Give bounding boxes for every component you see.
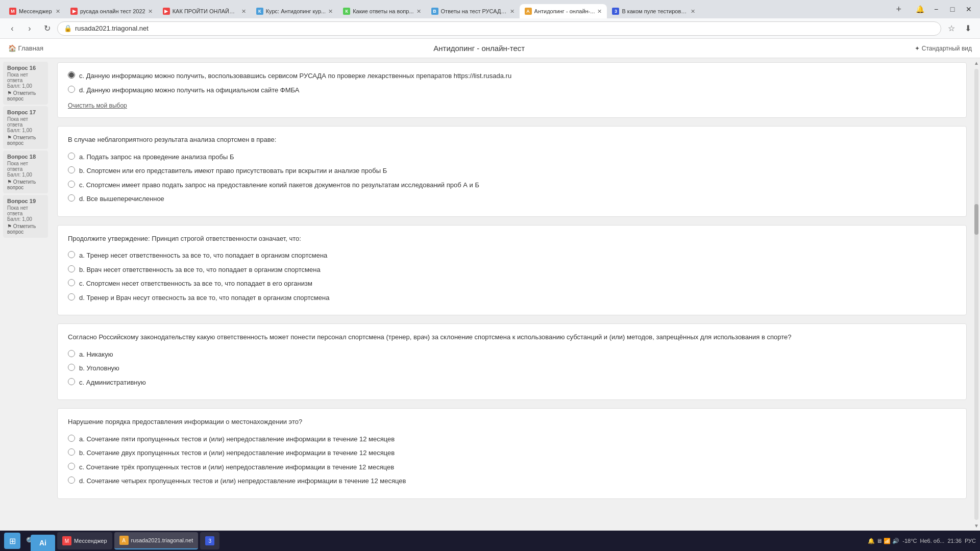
notifications-btn[interactable]: 🔔 xyxy=(913,4,927,14)
browser-tab-t7[interactable]: А Антидопинг - онлайн-... ✕ xyxy=(520,4,607,18)
reload-button[interactable]: ↻ xyxy=(40,21,54,36)
radio-q19d[interactable] xyxy=(68,477,75,484)
sidebar-status: Пока нет ответа xyxy=(7,205,44,216)
radio-q19a[interactable] xyxy=(68,435,75,442)
browser-tab-t8[interactable]: 3 В каком пуле тестирован... ✕ xyxy=(607,4,700,18)
sidebar-item-q17[interactable]: Вопрос 17 Пока нет ответа Балл: 1,00 ⚑ О… xyxy=(3,106,48,149)
browser-tab-t5[interactable]: К Какие ответы на вопр... ✕ xyxy=(338,4,426,18)
start-button[interactable]: ⊞ xyxy=(4,533,20,549)
option-row-q19d: d. Сочетание четырех пропущенных тестов … xyxy=(68,476,956,486)
option-row-q16c: c. Спортсмен имеет право подать запрос н… xyxy=(68,180,956,190)
question-block-q16: В случае неблагоприятного результата ана… xyxy=(57,126,967,217)
option-label-opt_c: c. Данную информацию можно получить, вос… xyxy=(79,71,511,81)
taskbar-app-extra[interactable]: 3 xyxy=(200,532,219,549)
sidebar-item-q19[interactable]: Вопрос 19 Пока нет ответа Балл: 1,00 ⚑ О… xyxy=(3,195,48,238)
new-tab-button[interactable]: + xyxy=(891,4,906,15)
sidebar-flag-link[interactable]: ⚑ Отметить вопрос xyxy=(7,179,44,190)
question-block-q19: Нарушение порядка предоставления информа… xyxy=(57,408,967,499)
tab-favicon: К xyxy=(343,8,350,15)
option-row-q17b: b. Врач несет ответственность за все то,… xyxy=(68,265,956,275)
sidebar-item-q16[interactable]: Вопрос 16 Пока нет ответа Балл: 1,00 ⚑ О… xyxy=(3,62,48,105)
radio-q18c[interactable] xyxy=(68,378,75,385)
browser-toolbar: ‹ › ↻ 🔒 rusada2021.triagonal.net ☆ ⬇ xyxy=(0,18,980,39)
browser-tab-t6[interactable]: В Ответы на тест РУСАДА 2... ✕ xyxy=(426,4,520,18)
taskbar-app-browser[interactable]: А rusada2021.triagonal.net xyxy=(114,532,199,549)
tray-icons: 🔔 🖥 📶 🔊 xyxy=(868,538,899,544)
bookmark-btn[interactable]: ☆ xyxy=(944,21,959,36)
radio-q17c[interactable] xyxy=(68,279,75,286)
option-label-q18c: c. Административную xyxy=(79,378,146,388)
question-block-q17: Продолжите утверждение: Принцип строгой … xyxy=(57,225,967,316)
radio-opt_d[interactable] xyxy=(68,86,75,93)
browser-tab-t4[interactable]: К Курс: Антидопинг кур... ✕ xyxy=(251,4,338,18)
browser-label: rusada2021.triagonal.net xyxy=(131,537,193,543)
minimize-btn[interactable]: − xyxy=(929,4,943,14)
option-label-opt_d: d. Данную информацию можно получить на о… xyxy=(79,85,299,95)
radio-q16d[interactable] xyxy=(68,194,75,202)
option-label-q19b: b. Сочетание двух пропущенных тестов и (… xyxy=(79,448,395,458)
scroll-track[interactable] xyxy=(974,69,978,520)
browser-tab-t3[interactable]: ▶ КАК ПРОЙТИ ОНЛАЙН Т... ✕ xyxy=(158,4,251,18)
radio-q19b[interactable] xyxy=(68,448,75,456)
sidebar-item-q18[interactable]: Вопрос 18 Пока нет ответа Балл: 1,00 ⚑ О… xyxy=(3,151,48,193)
sidebar-flag-link[interactable]: ⚑ Отметить вопрос xyxy=(7,223,44,235)
tab-bar: M Мессенджер ✕ ▶ русада онлайн тест 2022… xyxy=(4,0,889,18)
option-label-q16b: b. Спортсмен или его представитель имеют… xyxy=(79,166,387,176)
tab-close-icon[interactable]: ✕ xyxy=(328,8,333,15)
standard-view-button[interactable]: ✦ Стандартный вид xyxy=(915,45,972,52)
option-row-q17d: d. Тренер и Врач несут отвесность за все… xyxy=(68,293,956,303)
sidebar-flag-link[interactable]: ⚑ Отметить вопрос xyxy=(7,90,44,102)
sidebar-score: Балл: 1,00 xyxy=(7,83,44,89)
scroll-down-arrow[interactable]: ▼ xyxy=(973,522,980,530)
home-link[interactable]: 🏠 Главная xyxy=(8,44,43,52)
close-btn[interactable]: ✕ xyxy=(962,4,976,14)
tab-close-icon[interactable]: ✕ xyxy=(510,8,514,15)
tab-close-icon[interactable]: ✕ xyxy=(691,8,695,15)
option-row-q19b: b. Сочетание двух пропущенных тестов и (… xyxy=(68,448,956,458)
radio-q18a[interactable] xyxy=(68,350,75,357)
tab-close-icon[interactable]: ✕ xyxy=(597,8,602,15)
radio-q16a[interactable] xyxy=(68,153,75,160)
right-scrollbar[interactable]: ▲ ▼ xyxy=(973,58,980,531)
sidebar-score: Балл: 1,00 xyxy=(7,128,44,133)
radio-q16c[interactable] xyxy=(68,181,75,188)
tab-close-icon[interactable]: ✕ xyxy=(241,8,246,15)
radio-opt_c[interactable] xyxy=(68,71,75,79)
ai-badge[interactable]: Ai xyxy=(31,535,55,551)
window-controls: 🔔 − □ ✕ xyxy=(913,4,976,14)
maximize-btn[interactable]: □ xyxy=(945,4,960,14)
clear-selection-link[interactable]: Очистить мой выбор xyxy=(68,102,127,109)
taskbar-app-messenger[interactable]: M Мессенджер xyxy=(57,532,112,549)
radio-q17b[interactable] xyxy=(68,265,75,272)
radio-q17a[interactable] xyxy=(68,251,75,258)
radio-q18b[interactable] xyxy=(68,364,75,371)
page-navbar: 🏠 Главная Антидопинг - онлайн-тест ✦ Ста… xyxy=(0,39,980,58)
tab-close-icon[interactable]: ✕ xyxy=(56,8,60,15)
browser-tab-t1[interactable]: M Мессенджер ✕ xyxy=(4,4,65,18)
radio-q19c[interactable] xyxy=(68,463,75,470)
question-text-q19: Нарушение порядка предоставления информа… xyxy=(68,417,956,427)
forward-button[interactable]: › xyxy=(22,21,37,36)
scroll-up-arrow[interactable]: ▲ xyxy=(973,59,980,67)
quiz-content: c. Данную информацию можно получить, вос… xyxy=(51,58,973,531)
radio-q16b[interactable] xyxy=(68,166,75,173)
question-text-q17: Продолжите утверждение: Принцип строгой … xyxy=(68,234,956,244)
address-bar[interactable]: 🔒 rusada2021.triagonal.net xyxy=(57,21,941,36)
option-row-q18c: c. Административную xyxy=(68,378,956,388)
tab-label: Ответы на тест РУСАДА 2... xyxy=(441,8,507,14)
tab-label: Антидопинг - онлайн-... xyxy=(534,8,595,14)
scroll-thumb[interactable] xyxy=(974,204,978,235)
back-button[interactable]: ‹ xyxy=(5,21,19,36)
sidebar-question-label: Вопрос 18 xyxy=(7,154,44,160)
tab-close-icon[interactable]: ✕ xyxy=(416,8,421,15)
browser-titlebar: M Мессенджер ✕ ▶ русада онлайн тест 2022… xyxy=(0,0,980,18)
sidebar-status: Пока нет ответа xyxy=(7,116,44,128)
tab-close-icon[interactable]: ✕ xyxy=(148,8,153,15)
radio-q17d[interactable] xyxy=(68,293,75,300)
sidebar-flag-link[interactable]: ⚑ Отметить вопрос xyxy=(7,135,44,146)
browser-tab-t2[interactable]: ▶ русада онлайн тест 2022 ✕ xyxy=(65,4,158,18)
option-row-q16d: d. Все вышеперечисленное xyxy=(68,194,956,204)
weather-temp: -18°C xyxy=(902,538,917,544)
download-btn[interactable]: ⬇ xyxy=(961,21,975,36)
messenger-icon: M xyxy=(62,536,71,545)
